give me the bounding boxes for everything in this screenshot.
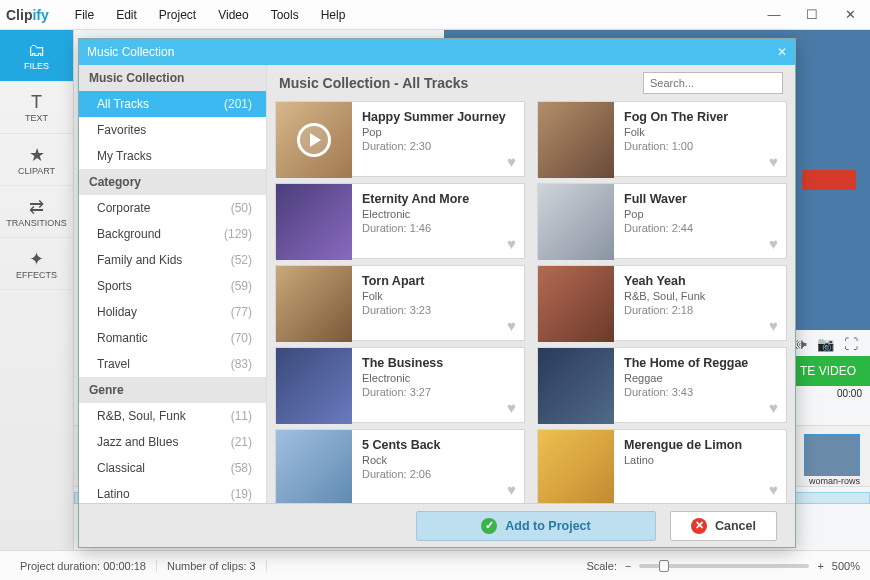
track-title: The Home of Reggae	[624, 356, 748, 370]
track-genre: Reggae	[624, 372, 748, 384]
favorite-icon[interactable]: ♥	[507, 317, 516, 334]
maximize-icon[interactable]: ☐	[798, 7, 826, 22]
menu-tools[interactable]: Tools	[261, 4, 309, 26]
status-bar: Project duration: 00:00:18 Number of cli…	[0, 550, 870, 580]
sidebar-heading: Genre	[79, 377, 266, 403]
text-icon: T	[31, 92, 42, 113]
track-genre: Electronic	[362, 208, 469, 220]
window-controls: — ☐ ✕	[760, 7, 864, 22]
track-title: The Business	[362, 356, 443, 370]
track-genre: Pop	[362, 126, 506, 138]
preview-boat	[802, 170, 856, 190]
track-card[interactable]: Eternity And MoreElectronicDuration: 1:4…	[275, 183, 525, 259]
sidebar-item[interactable]: Travel(83)	[79, 351, 266, 377]
track-title: 5 Cents Back	[362, 438, 441, 452]
sidebar-item[interactable]: Corporate(50)	[79, 195, 266, 221]
menu-project[interactable]: Project	[149, 4, 206, 26]
favorite-icon[interactable]: ♥	[769, 235, 778, 252]
sidebar-item-label: Jazz and Blues	[97, 435, 178, 449]
menu-file[interactable]: File	[65, 4, 104, 26]
zoom-slider[interactable]	[639, 564, 809, 568]
sidebar-item-label: Family and Kids	[97, 253, 182, 267]
sidebar-item-label: My Tracks	[97, 149, 152, 163]
left-tab-files[interactable]: 🗂FILES	[0, 30, 73, 82]
sidebar-item-count: (52)	[231, 253, 252, 267]
sidebar-item-label: Romantic	[97, 331, 148, 345]
dialog-close-icon[interactable]: ✕	[777, 45, 787, 59]
sidebar-item[interactable]: Family and Kids(52)	[79, 247, 266, 273]
track-genre: Rock	[362, 454, 441, 466]
favorite-icon[interactable]: ♥	[507, 399, 516, 416]
zoom-in-icon[interactable]: +	[817, 560, 823, 572]
favorite-icon[interactable]: ♥	[769, 153, 778, 170]
fullscreen-icon[interactable]: ⛶	[844, 336, 858, 352]
create-video-button[interactable]: TE VIDEO	[786, 356, 870, 386]
sidebar-item-count: (77)	[231, 305, 252, 319]
sidebar-item[interactable]: Classical(58)	[79, 455, 266, 481]
track-card[interactable]: The BusinessElectronicDuration: 3:27♥	[275, 347, 525, 423]
minimize-icon[interactable]: —	[760, 7, 788, 22]
dialog-title: Music Collection	[87, 45, 174, 59]
sidebar-item-count: (19)	[231, 487, 252, 501]
track-thumbnail	[276, 266, 352, 342]
sidebar-item[interactable]: R&B, Soul, Funk(11)	[79, 403, 266, 429]
track-genre: R&B, Soul, Funk	[624, 290, 705, 302]
clip-thumbnail[interactable]	[804, 434, 860, 476]
track-card[interactable]: Full WaverPopDuration: 2:44♥	[537, 183, 787, 259]
track-grid: Happy Summer JourneyPopDuration: 2:30♥Fo…	[267, 101, 795, 503]
sidebar-item-count: (83)	[231, 357, 252, 371]
clip-caption: woman-rows	[809, 476, 860, 486]
add-to-project-button[interactable]: ✓ Add to Project	[416, 511, 656, 541]
sidebar-item[interactable]: All Tracks(201)	[79, 91, 266, 117]
sidebar-item[interactable]: Romantic(70)	[79, 325, 266, 351]
menu-edit[interactable]: Edit	[106, 4, 147, 26]
track-genre: Electronic	[362, 372, 443, 384]
left-tab-clipart[interactable]: ★CLIPART	[0, 134, 73, 186]
track-card[interactable]: Fog On The RiverFolkDuration: 1:00♥	[537, 101, 787, 177]
menu-help[interactable]: Help	[311, 4, 356, 26]
sidebar-item[interactable]: My Tracks	[79, 143, 266, 169]
sidebar-item-count: (50)	[231, 201, 252, 215]
track-card[interactable]: 5 Cents BackRockDuration: 2:06♥	[275, 429, 525, 503]
sidebar-item[interactable]: Latino(19)	[79, 481, 266, 503]
track-duration: Duration: 2:44	[624, 222, 693, 234]
sidebar-item-count: (70)	[231, 331, 252, 345]
favorite-icon[interactable]: ♥	[769, 317, 778, 334]
track-card[interactable]: Yeah YeahR&B, Soul, FunkDuration: 2:18♥	[537, 265, 787, 341]
favorite-icon[interactable]: ♥	[507, 235, 516, 252]
menu-bar: FileEditProjectVideoToolsHelp	[65, 4, 356, 26]
sidebar-item-label: Favorites	[97, 123, 146, 137]
track-card[interactable]: Merengue de LimonLatino♥	[537, 429, 787, 503]
favorite-icon[interactable]: ♥	[769, 481, 778, 498]
menu-video[interactable]: Video	[208, 4, 258, 26]
favorite-icon[interactable]: ♥	[769, 399, 778, 416]
sidebar-item[interactable]: Background(129)	[79, 221, 266, 247]
zoom-out-icon[interactable]: −	[625, 560, 631, 572]
cancel-button[interactable]: ✕ Cancel	[670, 511, 777, 541]
cancel-icon: ✕	[691, 518, 707, 534]
checkmark-icon: ✓	[481, 518, 497, 534]
track-card[interactable]: The Home of ReggaeReggaeDuration: 3:43♥	[537, 347, 787, 423]
sidebar-item[interactable]: Sports(59)	[79, 273, 266, 299]
track-thumbnail	[276, 348, 352, 424]
sidebar-item-label: Latino	[97, 487, 130, 501]
track-title: Eternity And More	[362, 192, 469, 206]
left-tab-text[interactable]: TTEXT	[0, 82, 73, 134]
sidebar-item-label: Classical	[97, 461, 145, 475]
titlebar: Clipify FileEditProjectVideoToolsHelp — …	[0, 0, 870, 30]
favorite-icon[interactable]: ♥	[507, 481, 516, 498]
snapshot-icon[interactable]: 📷	[817, 336, 834, 352]
left-tab-effects[interactable]: ✦EFFECTS	[0, 238, 73, 290]
track-card[interactable]: Torn ApartFolkDuration: 3:23♥	[275, 265, 525, 341]
close-icon[interactable]: ✕	[836, 7, 864, 22]
search-input[interactable]	[643, 72, 783, 94]
favorite-icon[interactable]: ♥	[507, 153, 516, 170]
sidebar-item-count: (58)	[231, 461, 252, 475]
sidebar-item[interactable]: Jazz and Blues(21)	[79, 429, 266, 455]
track-card[interactable]: Happy Summer JourneyPopDuration: 2:30♥	[275, 101, 525, 177]
left-tab-transitions[interactable]: ⇄TRANSITIONS	[0, 186, 73, 238]
play-overlay[interactable]	[276, 102, 352, 178]
track-genre: Folk	[362, 290, 431, 302]
sidebar-item[interactable]: Favorites	[79, 117, 266, 143]
sidebar-item[interactable]: Holiday(77)	[79, 299, 266, 325]
